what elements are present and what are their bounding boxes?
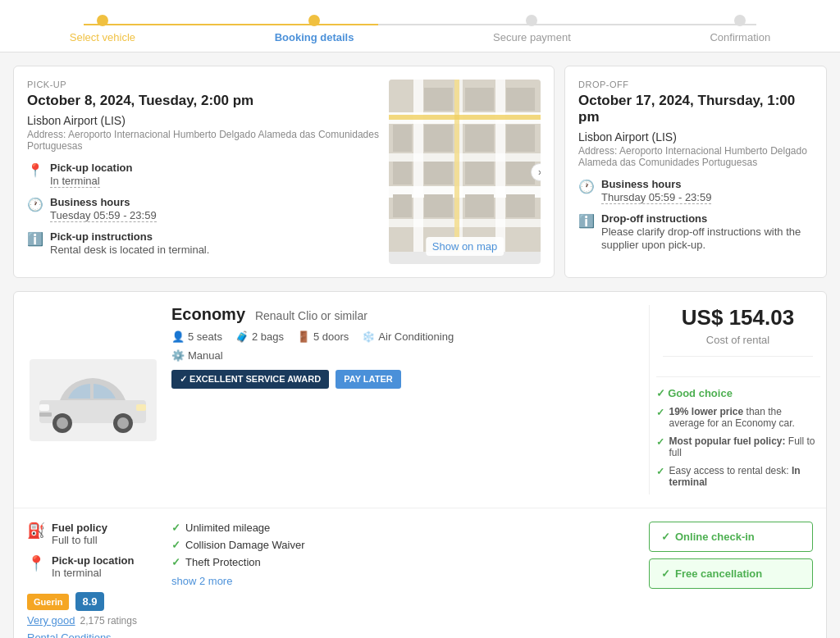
- dropoff-business-hours-value: Thursday 05:59 - 23:59: [601, 191, 711, 204]
- step-dot-3: [526, 15, 537, 26]
- location-row: PICK-UP October 8, 2024, Tuesday, 2:00 p…: [13, 66, 827, 278]
- car-info-main: Economy Renault Clio or similar 👤 5 seat…: [171, 305, 636, 494]
- svg-rect-16: [506, 125, 535, 152]
- car-pickup-loc-row: 📍 Pick-up location In terminal: [27, 554, 158, 579]
- svg-rect-10: [424, 88, 453, 111]
- car-card-top: Economy Renault Clio or similar 👤 5 seat…: [14, 292, 826, 508]
- car-spec-doors: 🚪 5 doors: [297, 330, 349, 343]
- car-spec-seats: 👤 5 seats: [171, 330, 222, 343]
- step-select-vehicle[interactable]: Select vehicle: [70, 15, 135, 43]
- inclusion-item-3: ✓ Theft Protection: [171, 556, 636, 568]
- inclusion-item-1: ✓ Unlimited mileage: [171, 522, 636, 534]
- good-choice-icon: ✓: [656, 387, 665, 399]
- svg-rect-17: [393, 162, 412, 185]
- progress-bar: Select vehicle Booking details Secure pa…: [0, 0, 840, 52]
- car-price-label: Cost of rental: [706, 334, 769, 346]
- car-badges: ✓ EXCELLENT SERVICE AWARD PAY LATER: [171, 370, 636, 389]
- pickup-business-hours-value: Tuesday 05:59 - 23:59: [50, 209, 157, 222]
- svg-rect-18: [424, 162, 453, 185]
- svg-rect-13: [393, 125, 412, 152]
- free-cancellation-btn[interactable]: ✓ Free cancellation: [649, 558, 813, 589]
- progress-steps: Select vehicle Booking details Secure pa…: [0, 15, 840, 43]
- pickup-instructions-value: Rental desk is located in terminal.: [50, 244, 209, 256]
- step-confirmation[interactable]: Confirmation: [710, 15, 770, 43]
- step-booking-details[interactable]: Booking details: [275, 15, 354, 43]
- car-specs: 👤 5 seats 🧳 2 bags 🚪 5 doors ❄️ Air Cond…: [171, 330, 636, 343]
- good-choice-item-2: ✓ Most popular fuel policy: Full to full: [656, 435, 820, 458]
- check-inclusion-1: ✓: [171, 522, 180, 534]
- fuel-icon: ⛽: [27, 522, 45, 540]
- main-content: PICK-UP October 8, 2024, Tuesday, 2:00 p…: [0, 52, 840, 638]
- dropoff-type-label: DROP-OFF: [578, 80, 813, 89]
- map-svg: [389, 80, 541, 252]
- step-secure-payment[interactable]: Secure payment: [493, 15, 571, 43]
- check-icon-3: ✓: [656, 466, 664, 477]
- rating-score[interactable]: 8.9: [75, 592, 103, 611]
- svg-rect-5: [413, 80, 423, 252]
- rental-conditions-link[interactable]: Rental Conditions: [27, 631, 112, 638]
- svg-rect-24: [506, 194, 535, 217]
- svg-rect-21: [393, 194, 412, 217]
- car-card: Economy Renault Clio or similar 👤 5 seat…: [13, 291, 827, 638]
- pickup-location-detail: 📍 Pick-up location In terminal: [27, 162, 379, 188]
- clock-icon-dropoff: 🕐: [578, 179, 595, 194]
- svg-rect-22: [424, 194, 453, 217]
- pickup-location-value: In terminal: [50, 175, 100, 188]
- clock-icon: 🕐: [27, 197, 43, 212]
- check-icon-1: ✓: [656, 407, 664, 418]
- info-icon-dropoff: ℹ️: [578, 213, 595, 229]
- svg-rect-31: [39, 404, 49, 411]
- dropoff-date: October 17, 2024, Thursday, 1:00 pm: [578, 93, 813, 125]
- svg-point-30: [117, 417, 129, 429]
- pickup-location-name: Lisbon Airport (LIS): [27, 114, 379, 127]
- checkin-check-icon: ✓: [661, 531, 670, 543]
- pay-later-badge: PAY LATER: [336, 370, 401, 389]
- dropoff-instructions-detail: ℹ️ Drop-off instructions Please clarify …: [578, 212, 813, 251]
- pickup-card: PICK-UP October 8, 2024, Tuesday, 2:00 p…: [13, 66, 555, 278]
- car-spec-transmission: ⚙️ Manual: [171, 349, 223, 362]
- good-choice-title: ✓ Good choice: [656, 387, 820, 399]
- pickup-type-label: PICK-UP: [27, 80, 379, 89]
- car-spec-bags: 🧳 2 bags: [235, 330, 284, 343]
- rating-label[interactable]: Very good: [27, 614, 75, 627]
- svg-rect-11: [465, 88, 494, 111]
- step-dot-1: [97, 15, 108, 26]
- svg-rect-32: [136, 404, 146, 411]
- car-image: [30, 359, 157, 441]
- pickup-business-hours-label: Business hours: [50, 196, 157, 208]
- rating-count: 2,175 ratings: [80, 615, 137, 627]
- pickup-info: PICK-UP October 8, 2024, Tuesday, 2:00 p…: [27, 80, 379, 264]
- inclusion-list: ✓ Unlimited mileage ✓ Collision Damage W…: [171, 522, 636, 568]
- car-price: US$ 154.03: [682, 305, 794, 330]
- step-label-3: Secure payment: [493, 31, 571, 43]
- supplier-badge: Guerin: [27, 594, 69, 610]
- car-image-area: [27, 305, 158, 494]
- good-choice-item-3: ✓ Easy access to rental desk: In termina…: [656, 465, 820, 488]
- pickup-location-label: Pick-up location: [50, 162, 132, 174]
- car-card-bottom: ⛽ Fuel policy Full to full 📍 Pick-up loc…: [14, 508, 826, 638]
- fuel-policy-row: ⛽ Fuel policy Full to full: [27, 522, 158, 546]
- pickup-address: Address: Aeroporto Internacional Humbert…: [27, 129, 379, 152]
- svg-rect-14: [424, 125, 453, 152]
- step-label-1: Select vehicle: [70, 31, 135, 43]
- svg-rect-8: [389, 115, 541, 120]
- separator: [663, 356, 813, 357]
- cancel-check-icon: ✓: [661, 567, 670, 580]
- online-checkin-btn[interactable]: ✓ Online check-in: [649, 522, 813, 552]
- show-on-map-btn[interactable]: Show on map: [426, 237, 504, 256]
- svg-rect-23: [465, 194, 494, 217]
- show-more-btn[interactable]: show 2 more: [171, 575, 636, 587]
- good-choice-item-1: ✓ 19% lower price than the average for a…: [656, 406, 820, 429]
- dropoff-business-hours-detail: 🕐 Business hours Thursday 05:59 - 23:59: [578, 178, 813, 204]
- svg-rect-7: [495, 80, 505, 252]
- rating-row: Guerin 8.9: [27, 592, 158, 611]
- car-category: Economy: [171, 305, 245, 323]
- car-svg: [31, 363, 154, 437]
- svg-point-28: [57, 417, 68, 429]
- car-pickup-loc-value: In terminal: [52, 567, 134, 579]
- car-price-col: US$ 154.03 Cost of rental ✓ Good choice …: [649, 305, 813, 494]
- check-icon-2: ✓: [656, 436, 664, 448]
- svg-rect-15: [465, 125, 494, 152]
- car-bottom-left: ⛽ Fuel policy Full to full 📍 Pick-up loc…: [27, 522, 158, 638]
- check-inclusion-2: ✓: [171, 539, 180, 551]
